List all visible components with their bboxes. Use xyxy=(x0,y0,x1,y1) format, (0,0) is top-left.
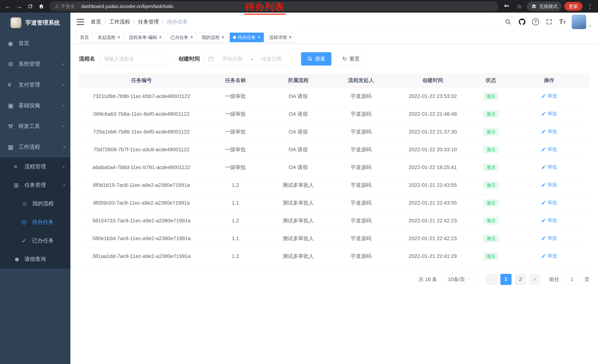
sidebar-item[interactable]: ≡ 流程管理 › xyxy=(0,157,70,176)
page-button[interactable]: 2 xyxy=(515,274,526,285)
close-icon[interactable]: × xyxy=(159,35,162,40)
chevron-icon: › xyxy=(61,166,67,168)
approve-link[interactable]: 审批 xyxy=(541,182,557,188)
bookmark-star-icon[interactable]: ☆ xyxy=(514,1,524,11)
sidebar-item[interactable]: ✓ 已办任务 › xyxy=(0,231,70,250)
create-time-cell: 2022-01-21 22:42:23 xyxy=(392,230,473,247)
sidebar-item[interactable]: ▣ 基础设施 › xyxy=(0,95,70,116)
github-icon[interactable] xyxy=(518,18,526,26)
status-badge: 激活 xyxy=(483,235,499,242)
breadcrumb-separator: / xyxy=(105,19,106,25)
pencil-icon xyxy=(541,129,546,134)
help-icon[interactable]: ? xyxy=(532,18,539,25)
close-icon[interactable]: × xyxy=(221,35,224,40)
approve-link[interactable]: 审批 xyxy=(541,199,557,206)
dashboard-icon: ◉ xyxy=(8,40,18,47)
sidebar-item[interactable]: ¥ 支付管理 › xyxy=(0,74,70,95)
sidebar-item[interactable]: ⊞ 任务管理 › xyxy=(0,176,70,194)
initiator-cell: 芋道源码 xyxy=(330,87,392,105)
table-row: 580e1b3d-7ac8-11ec-a9e2-a2380e71991a 1.1… xyxy=(79,230,590,247)
goto-page-input[interactable] xyxy=(563,274,581,285)
search-button[interactable]: 搜索 xyxy=(301,52,332,65)
approve-link[interactable]: 审批 xyxy=(541,146,557,153)
forward-icon[interactable]: → xyxy=(14,1,24,11)
pencil-icon xyxy=(541,147,546,152)
status-badge: 激活 xyxy=(483,199,499,207)
security-warning[interactable]: ⚠ 不安全 xyxy=(55,3,75,9)
column-header: 任务编号 xyxy=(79,73,204,87)
status-badge: 激活 xyxy=(483,92,499,100)
app-logo[interactable]: 芋道管理系统 xyxy=(0,13,70,33)
close-icon[interactable]: × xyxy=(117,35,120,40)
task-name-cell: 1.2 xyxy=(204,176,267,194)
table-header-row: 任务编号任务名称所属流程流程发起人创建时间状态操作 xyxy=(79,73,590,87)
sidebar-item[interactable]: ⚒ 研发工具 › xyxy=(0,116,70,137)
approve-link[interactable]: 审批 xyxy=(541,217,557,224)
reload-icon[interactable] xyxy=(25,1,35,11)
process-cell: 测试多审批人 xyxy=(267,176,330,194)
initiator-cell: 芋道源码 xyxy=(330,247,392,265)
user-avatar[interactable]: ▼ xyxy=(572,15,592,29)
home-icon[interactable] xyxy=(36,1,46,11)
sidebar-item[interactable]: ☺ 我的流程 › xyxy=(0,194,70,213)
tab[interactable]: 首页 × xyxy=(77,32,92,42)
fullscreen-icon[interactable] xyxy=(545,18,553,26)
chevron-icon: › xyxy=(61,84,67,86)
approve-link[interactable]: 审批 xyxy=(541,128,557,135)
create-time-cell: 2022-01-21 22:42:23 xyxy=(392,212,473,230)
update-button[interactable]: 更新 xyxy=(564,2,582,11)
sidebar-item[interactable]: ◉ 首页 › xyxy=(0,33,70,54)
browser-menu-icon[interactable]: ⋮ xyxy=(585,1,595,11)
tab[interactable]: 流程表单-编辑 × xyxy=(126,32,165,42)
breadcrumb-item[interactable]: 待办任务 xyxy=(167,18,188,25)
table-row: 381aa1dd-7ac8-11ec-a9e2-a2380e71991a 1.2… xyxy=(79,247,590,265)
sidebar-item[interactable]: ▦ 工作流程 › xyxy=(0,137,70,157)
back-icon[interactable]: ← xyxy=(3,1,13,11)
approve-link[interactable]: 审批 xyxy=(541,164,557,170)
initiator-cell: 芋道源码 xyxy=(330,176,392,194)
search-icon[interactable] xyxy=(504,18,512,26)
tab[interactable]: 待办任务 × xyxy=(230,32,264,42)
process-cell: 测试多审批人 xyxy=(267,230,330,247)
page-size-select[interactable]: 10条/页 › xyxy=(440,274,477,285)
breadcrumb-item[interactable]: 首页 xyxy=(91,18,101,25)
breadcrumb-separator: / xyxy=(162,19,164,25)
task-id-cell: 725a1eb6-7b88-11ec-8ef0-acde48001122 xyxy=(79,123,204,141)
approve-link[interactable]: 审批 xyxy=(541,93,557,99)
font-size-icon[interactable]: TT xyxy=(559,18,566,26)
password-key-icon[interactable] xyxy=(502,1,512,11)
sidebar-item[interactable]: ☻ 请假查询 › xyxy=(0,250,70,268)
sidebar-item[interactable]: ⊙ 待办任务 › xyxy=(0,213,70,231)
status-badge: 激活 xyxy=(483,181,499,189)
breadcrumb-item[interactable]: 任务管理 xyxy=(138,18,159,25)
approve-link[interactable]: 审批 xyxy=(541,253,557,259)
page-button[interactable]: 1 xyxy=(500,274,512,285)
reset-button[interactable]: ↻ 重置 xyxy=(336,52,366,65)
close-icon[interactable]: × xyxy=(190,35,193,40)
task-name-cell: 一级审批 xyxy=(204,105,267,123)
approve-link[interactable]: 审批 xyxy=(541,111,557,117)
close-icon[interactable]: × xyxy=(257,35,260,40)
breadcrumb-item[interactable]: 工作流程 xyxy=(109,18,130,25)
next-page-button[interactable]: › xyxy=(529,274,540,285)
chevron-icon: › xyxy=(61,184,67,186)
date-range-picker[interactable]: 开始日期 - 结束日期 xyxy=(204,52,293,65)
tab[interactable]: 已办任务 × xyxy=(167,32,197,42)
tab[interactable]: 我的流程 × xyxy=(199,32,228,42)
status-badge: 激活 xyxy=(483,217,499,225)
goto-label: 前往 xyxy=(549,276,559,283)
task-name-cell: 一级审批 xyxy=(204,159,267,176)
pencil-icon xyxy=(541,236,546,241)
tab[interactable]: 流程详情 × xyxy=(266,32,295,42)
sidebar-toggle-icon[interactable] xyxy=(77,19,84,25)
task-name-cell: 一级审批 xyxy=(204,87,267,105)
approve-link[interactable]: 审批 xyxy=(541,235,557,242)
incognito-badge: 无痕模式 xyxy=(527,1,562,11)
close-icon[interactable]: × xyxy=(289,35,292,40)
prev-page-button[interactable]: ‹ xyxy=(486,274,497,285)
pencil-icon xyxy=(541,183,546,187)
process-cell: OA 请假 xyxy=(267,141,330,159)
tab[interactable]: 发起流程 × xyxy=(94,32,124,42)
sidebar-item[interactable]: ⚙ 系统管理 › xyxy=(0,54,70,74)
process-name-input[interactable] xyxy=(99,52,168,65)
